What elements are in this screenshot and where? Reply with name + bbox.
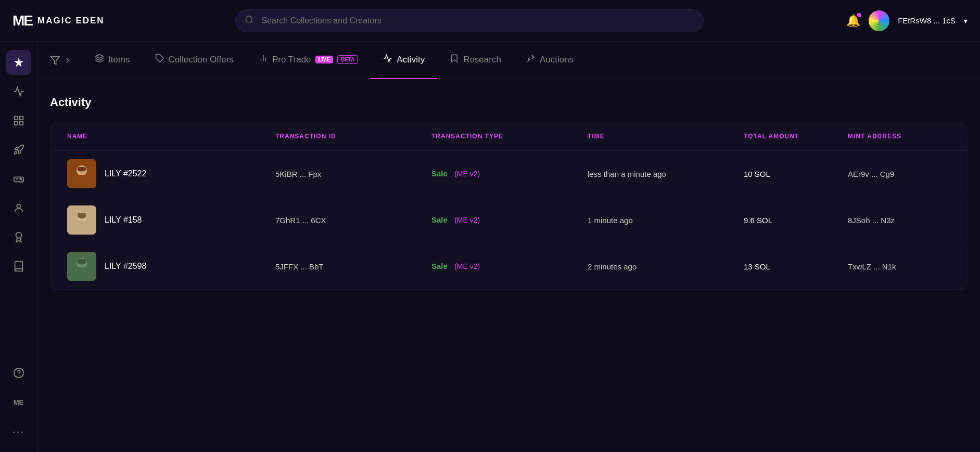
live-badge: Live	[315, 56, 333, 63]
content-area: Activity NAME TRANSACTION ID TRANSACTION…	[37, 79, 980, 307]
tx-mint: TxwLZ ... N1k	[848, 262, 950, 271]
chevron-down-icon[interactable]: ▾	[964, 17, 968, 25]
svg-rect-5	[19, 122, 22, 125]
table-row[interactable]: LILY #2522 5KiBR ... Fpx Sale (ME v2) le…	[50, 151, 967, 197]
table-header: NAME TRANSACTION ID TRANSACTION TYPE TIM…	[50, 122, 967, 151]
research-icon	[450, 54, 459, 66]
collection-offers-icon	[155, 54, 164, 66]
activity-icon	[383, 54, 392, 66]
main-content: Items Collection Offers Pro Trade Live B…	[37, 42, 980, 307]
header-right: 🔔 FEtRsW8 ... 1cS ▾	[822, 10, 968, 31]
svg-rect-28	[77, 221, 87, 229]
row-name-cell: LILY #2522	[67, 159, 275, 188]
logo-text: MAGIC EDEN	[37, 16, 105, 26]
tab-research[interactable]: Research	[437, 42, 514, 79]
svg-point-10	[17, 204, 20, 208]
tab-auctions-label: Auctions	[540, 55, 574, 65]
nft-name: LILY #158	[105, 215, 142, 225]
row-name-cell: LILY #2598	[67, 252, 275, 281]
tx-amount: 10 SOL	[744, 170, 848, 178]
tab-activity[interactable]: Activity	[371, 42, 437, 79]
tx-type: Sale	[431, 262, 448, 270]
svg-rect-32	[78, 259, 86, 264]
tx-time: 1 minute ago	[588, 216, 744, 225]
col-amount: TOTAL AMOUNT	[744, 133, 848, 140]
svg-point-0	[246, 16, 252, 22]
logo-icon: ME	[12, 12, 32, 29]
bell-button[interactable]: 🔔	[846, 14, 860, 28]
sidebar-item-stars[interactable]	[6, 50, 31, 75]
search-icon	[245, 15, 254, 27]
sidebar-item-help[interactable]	[6, 360, 31, 385]
col-time: TIME	[588, 133, 744, 140]
svg-rect-3	[19, 117, 22, 120]
sidebar-item-book[interactable]	[6, 254, 31, 279]
tx-id: 5JFFX ... BbT	[275, 262, 431, 271]
svg-rect-4	[14, 122, 17, 125]
svg-marker-14	[51, 56, 60, 64]
activity-table: NAME TRANSACTION ID TRANSACTION TYPE TIM…	[50, 122, 968, 290]
svg-rect-23	[77, 175, 87, 183]
tx-platform: (ME v2)	[454, 262, 480, 270]
table-row[interactable]: LILY #158 7GhR1 ... 6CX Sale (ME v2) 1 m…	[50, 197, 967, 243]
sidebar-item-gaming[interactable]	[6, 166, 31, 191]
tab-collection-offers[interactable]: Collection Offers	[143, 42, 246, 79]
sidebar-bottom: ME ···	[6, 360, 31, 444]
user-name[interactable]: FEtRsW8 ... 1cS	[898, 16, 956, 25]
tab-pro-trade[interactable]: Pro Trade Live Beta	[246, 42, 371, 79]
sidebar-item-activity[interactable]	[6, 79, 31, 104]
tx-amount: 13 SOL	[744, 262, 848, 271]
tab-pro-trade-label: Pro Trade	[272, 55, 311, 65]
search-input[interactable]	[235, 9, 704, 32]
pro-trade-icon	[259, 54, 268, 66]
tx-amount: 9.6 SOL	[744, 216, 848, 225]
tx-type-cell: Sale (ME v2)	[431, 262, 588, 271]
filter-button[interactable]	[50, 55, 72, 66]
tx-id: 5KiBR ... Fpx	[275, 170, 431, 178]
svg-rect-22	[78, 167, 86, 171]
svg-point-9	[20, 179, 21, 180]
tx-type-cell: Sale (ME v2)	[431, 215, 588, 225]
row-name-cell: LILY #158	[67, 205, 275, 235]
tab-activity-label: Activity	[397, 55, 425, 65]
sidebar-item-rewards[interactable]	[6, 225, 31, 250]
beta-badge: Beta	[337, 55, 358, 64]
sidebar-item-collections[interactable]	[6, 108, 31, 133]
svg-point-11	[16, 233, 21, 238]
nft-name: LILY #2522	[105, 169, 146, 178]
sidebar-item-me-logo[interactable]: ME	[6, 390, 31, 415]
tab-auctions[interactable]: Auctions	[514, 42, 586, 79]
tab-items-label: Items	[108, 55, 130, 65]
search-bar	[235, 9, 704, 32]
col-name: NAME	[67, 133, 275, 140]
tx-type: Sale	[431, 169, 448, 178]
tx-type: Sale	[431, 215, 448, 224]
logo-area: ME MAGIC EDEN	[12, 12, 117, 29]
tab-items[interactable]: Items	[82, 42, 143, 79]
col-tx-id: TRANSACTION ID	[275, 133, 431, 140]
sidebar-item-launchpad[interactable]	[6, 137, 31, 162]
svg-rect-33	[77, 267, 87, 276]
auctions-icon	[526, 54, 536, 66]
tab-collection-offers-label: Collection Offers	[169, 55, 234, 65]
nav-tabs: Items Collection Offers Pro Trade Live B…	[37, 42, 980, 79]
nft-thumbnail	[67, 159, 96, 188]
svg-rect-2	[14, 117, 17, 120]
tx-mint: AEr9v ... Cg9	[848, 170, 950, 178]
app-header: ME MAGIC EDEN 🔔 FEtRsW8 ... 1cS ▾	[0, 0, 980, 42]
col-tx-type: TRANSACTION TYPE	[431, 133, 588, 140]
nft-thumbnail	[67, 205, 96, 235]
tx-id: 7GhR1 ... 6CX	[275, 216, 431, 225]
sidebar-item-more[interactable]: ···	[6, 419, 31, 444]
table-row[interactable]: LILY #2598 5JFFX ... BbT Sale (ME v2) 2 …	[50, 243, 967, 290]
items-icon	[95, 54, 104, 66]
sidebar-item-profile[interactable]	[6, 196, 31, 221]
svg-line-1	[251, 21, 252, 22]
tx-time: less than a minute ago	[588, 170, 744, 178]
tx-platform: (ME v2)	[454, 216, 480, 224]
col-mint: MINT ADDRESS	[848, 133, 950, 140]
sidebar: ME ···	[0, 42, 37, 452]
avatar[interactable]	[869, 10, 889, 31]
tx-mint: 8JSoh ... N3z	[848, 216, 950, 225]
notification-dot	[857, 13, 861, 17]
